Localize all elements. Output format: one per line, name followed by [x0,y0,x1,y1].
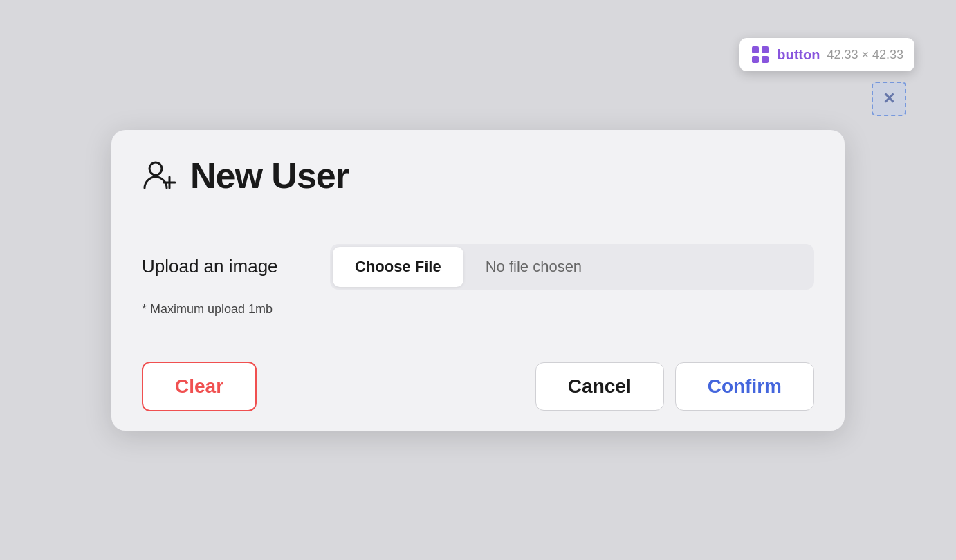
dialog-footer: Clear Cancel Confirm [111,342,845,431]
dialog-title: New User [190,155,349,196]
cancel-button[interactable]: Cancel [535,362,664,411]
upload-label: Upload an image [142,256,308,277]
new-user-dialog: New User Upload an image Choose File No … [111,130,845,431]
tooltip-type: button [777,47,820,63]
dialog-body: Upload an image Choose File No file chos… [111,216,845,342]
file-status-text: No file chosen [466,258,814,276]
svg-rect-3 [762,56,769,63]
svg-rect-0 [752,46,759,53]
svg-rect-1 [762,46,769,53]
tooltip-overlay: button 42.33 × 42.33 [739,38,914,71]
svg-rect-2 [752,56,759,63]
upload-hint-text: * Maximum upload 1mb [142,302,814,317]
close-button-highlight[interactable]: ✕ [872,82,906,116]
confirm-button[interactable]: Confirm [675,362,814,411]
upload-row: Upload an image Choose File No file chos… [142,244,814,290]
tooltip-box: button 42.33 × 42.33 [739,38,914,71]
file-input-wrapper: Choose File No file chosen [330,244,814,290]
user-add-icon [142,158,178,194]
close-x-icon: ✕ [883,90,895,108]
tooltip-button-icon [751,45,770,64]
page-wrapper: button 42.33 × 42.33 ✕ New User [0,0,956,560]
dialog-header: New User [111,130,845,216]
svg-point-4 [149,162,162,175]
clear-button[interactable]: Clear [142,362,257,411]
tooltip-dimensions: 42.33 × 42.33 [827,48,903,62]
choose-file-button[interactable]: Choose File [333,247,463,287]
